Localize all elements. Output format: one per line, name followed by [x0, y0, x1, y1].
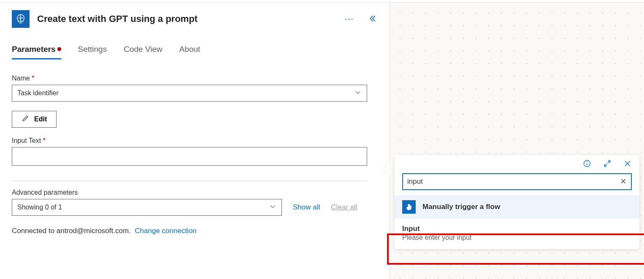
tab-about[interactable]: About	[179, 45, 200, 59]
input-text-field[interactable]	[12, 147, 367, 166]
svg-point-2	[587, 162, 587, 162]
advanced-params-label: Advanced parameters	[12, 189, 367, 196]
trigger-title: Manually trigger a flow	[422, 203, 500, 211]
gpt-action-icon	[12, 10, 30, 28]
name-select[interactable]: Task identifier	[12, 85, 367, 102]
tab-codeview[interactable]: Code View	[124, 45, 162, 59]
trigger-group[interactable]: Manually trigger a flow	[395, 195, 639, 219]
advanced-params-select[interactable]: Showing 0 of 1	[12, 199, 282, 216]
advanced-value: Showing 0 of 1	[17, 204, 62, 211]
result-desc: Please enter your input	[402, 234, 632, 241]
flow-canvas[interactable]: Manually trigger a flow Input Please ent…	[389, 3, 644, 279]
pencil-icon	[22, 115, 29, 124]
manual-trigger-icon	[402, 200, 416, 214]
chevron-down-icon	[354, 89, 362, 98]
panel-title: Create text with GPT using a prompt	[37, 13, 333, 24]
close-icon[interactable]	[623, 159, 632, 169]
dynamic-content-result[interactable]: Input Please enter your input	[395, 219, 639, 249]
edit-button[interactable]: Edit	[12, 111, 57, 128]
clear-all-link: Clear all	[331, 203, 357, 212]
tab-label: Parameters	[12, 45, 56, 54]
tab-settings[interactable]: Settings	[78, 45, 107, 59]
panel-header: Create text with GPT using a prompt ···	[12, 10, 388, 28]
collapse-panel-icon[interactable]	[365, 14, 380, 24]
dynamic-content-search[interactable]	[402, 173, 632, 190]
result-title: Input	[402, 225, 632, 233]
input-text-label: Input Text *	[12, 137, 367, 145]
expand-icon[interactable]	[603, 159, 612, 169]
show-all-link[interactable]: Show all	[293, 203, 320, 212]
error-dot-icon	[57, 47, 61, 51]
search-input[interactable]	[407, 177, 620, 186]
more-menu-icon[interactable]: ···	[341, 13, 358, 24]
change-connection-link[interactable]: Change connection	[135, 227, 197, 235]
connection-info: Connected to antrod@microsoft.com. Chang…	[12, 227, 367, 235]
tab-parameters[interactable]: Parameters	[12, 45, 61, 59]
dynamic-content-flyout: Manually trigger a flow Input Please ent…	[395, 155, 639, 249]
info-icon[interactable]	[583, 159, 591, 169]
tab-bar: Parameters Settings Code View About	[12, 45, 388, 59]
chevron-down-icon	[269, 203, 276, 212]
clear-search-icon[interactable]	[620, 178, 627, 186]
action-config-panel: Create text with GPT using a prompt ··· …	[0, 4, 388, 235]
divider	[12, 181, 367, 181]
name-label: Name *	[12, 75, 367, 82]
name-value: Task identifier	[17, 89, 59, 97]
edit-label: Edit	[34, 115, 47, 123]
pointer-icon	[384, 163, 390, 174]
